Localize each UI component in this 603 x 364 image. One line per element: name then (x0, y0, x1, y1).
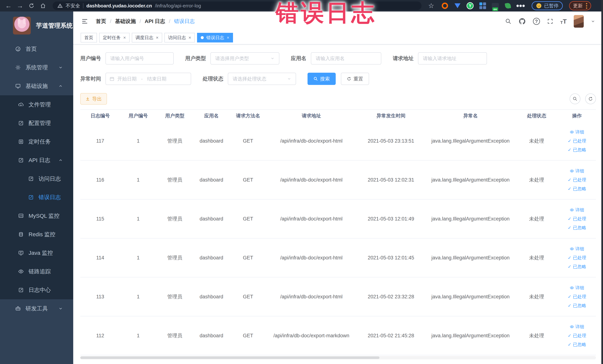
paused-extension-pill[interactable]: 已暂停 (532, 1, 563, 10)
close-icon[interactable]: × (227, 35, 229, 40)
close-icon[interactable]: × (188, 35, 191, 40)
tab-label: 访问日志 (168, 35, 186, 41)
ignored-link-label: 已忽略 (573, 186, 586, 192)
search-button[interactable]: 搜索 (308, 73, 336, 85)
mark-ignored-link[interactable]: ✓ 已忽略 (568, 264, 586, 270)
breadcrumb-home[interactable]: 首页 (96, 18, 106, 25)
github-icon[interactable] (519, 18, 526, 25)
sidebar-item-scheduled-jobs[interactable]: 定时任务 (0, 132, 73, 151)
sidebar-item-access-log[interactable]: 访问日志 (0, 169, 73, 188)
font-size-icon[interactable]: TT (560, 18, 567, 25)
extension-shield-icon[interactable] (454, 2, 461, 10)
sidebar-item-log-center[interactable]: 日志中心 (0, 281, 73, 299)
cell-exception-name: java.lang.IllegalArgumentException (426, 216, 515, 222)
update-button[interactable]: 更新 (569, 1, 591, 10)
app-name-input[interactable] (311, 52, 381, 65)
horizontal-scrollbar[interactable] (80, 356, 596, 359)
sidebar-item-home[interactable]: 首页 (0, 40, 73, 58)
app-logo-row[interactable]: 芋道管理系统 (0, 12, 73, 40)
tab-access-log[interactable]: 访问日志× (164, 33, 195, 42)
mark-ignored-link[interactable]: ✓ 已忽略 (568, 147, 586, 153)
mark-ignored-link[interactable]: ✓ 已忽略 (568, 186, 586, 192)
detail-link[interactable]: 详细 (570, 324, 584, 330)
mark-processed-link[interactable]: ✓ 已处理 (568, 294, 586, 300)
detail-link[interactable]: 详细 (570, 207, 584, 213)
download-icon (85, 97, 90, 101)
toggle-search-button[interactable] (570, 94, 580, 104)
extension-orange-icon[interactable] (441, 2, 449, 10)
help-icon[interactable]: ? (533, 18, 540, 25)
mark-ignored-link[interactable]: ✓ 已忽略 (568, 225, 586, 231)
eye-icon (570, 208, 574, 212)
browser-menu-dots-icon[interactable] (586, 3, 587, 9)
sidebar: 芋道管理系统 首页 系统管理 基础设施 文件管理 (0, 12, 73, 364)
breadcrumb-api-log[interactable]: API 日志 (145, 18, 165, 25)
mark-processed-link[interactable]: ✓ 已处理 (568, 255, 586, 261)
detail-link[interactable]: 详细 (570, 129, 584, 135)
mark-ignored-link[interactable]: ✓ 已忽略 (568, 303, 586, 309)
sidebar-item-dev-tools[interactable]: 研发工具 (0, 299, 73, 318)
tab-schedule-log[interactable]: 调度日志× (132, 33, 162, 42)
chevron-down-icon[interactable] (591, 19, 595, 23)
sidebar-item-file-mgmt[interactable]: 文件管理 (0, 95, 73, 114)
page-content: 用户编号 用户类型 请选择用户类型 应用名 请求地址 (73, 45, 603, 359)
security-label[interactable]: 不安全 (66, 3, 80, 9)
detail-link[interactable]: 详细 (570, 246, 584, 252)
user-type-select[interactable]: 请选择用户类型 (210, 52, 279, 65)
mark-processed-link[interactable]: ✓ 已处理 (568, 177, 586, 183)
cell-user-id: 1 (120, 333, 156, 339)
extension-grid-icon[interactable] (479, 2, 487, 10)
close-icon[interactable]: × (156, 35, 159, 40)
extension-paw-icon[interactable] (517, 2, 524, 10)
mark-processed-link[interactable]: ✓ 已处理 (568, 333, 586, 339)
request-url-input[interactable] (418, 52, 487, 65)
bookmark-star-icon[interactable]: ☆ (428, 2, 434, 10)
sidebar-item-tracing[interactable]: 链路追踪 (0, 262, 73, 281)
sidebar-item-redis-monitor[interactable]: Redis 监控 (0, 225, 73, 244)
sidebar-item-error-log[interactable]: 错误日志 (0, 188, 73, 207)
mark-ignored-link[interactable]: ✓ 已忽略 (568, 341, 586, 348)
avatar[interactable] (574, 15, 584, 28)
tab-home[interactable]: 首页 (81, 33, 97, 42)
user-id-input[interactable] (105, 52, 174, 65)
column-header-actions: 操作 (558, 113, 596, 119)
mark-processed-link[interactable]: ✓ 已处理 (568, 138, 586, 144)
dashboard-icon (15, 46, 21, 52)
process-status-select[interactable]: 请选择处理状态 (228, 73, 296, 85)
cell-request-url: /api/infra/db-doc/export-html (267, 177, 356, 183)
sidebar-item-mysql-monitor[interactable]: MySQL 监控 (0, 207, 73, 225)
sidebar-item-label: 文件管理 (29, 101, 51, 108)
chevron-down-icon (58, 65, 63, 70)
sidebar-item-system-mgmt[interactable]: 系统管理 (0, 58, 73, 77)
detail-link[interactable]: 详细 (570, 285, 584, 291)
forward-icon[interactable]: → (15, 1, 25, 11)
reset-button[interactable]: 重置 (341, 73, 369, 85)
close-icon[interactable]: × (123, 35, 126, 40)
tab-error-log[interactable]: 错误日志× (197, 33, 233, 42)
extension-green-y-icon[interactable]: Y (466, 2, 474, 10)
scrollbar-thumb[interactable] (80, 356, 380, 359)
extension-on-switch-icon[interactable]: on (492, 2, 499, 10)
refresh-button[interactable] (585, 94, 596, 104)
app-title: 芋道管理系统 (36, 22, 73, 30)
cell-user-id: 1 (120, 255, 156, 261)
extension-leaf-icon[interactable] (504, 2, 512, 10)
breadcrumb-infrastructure[interactable]: 基础设施 (115, 18, 136, 25)
cell-status: 未处理 (515, 254, 558, 261)
back-icon[interactable]: ← (4, 1, 13, 11)
exception-time-range-picker[interactable]: 开始日期 - 结束日期 (105, 73, 191, 85)
reload-icon[interactable] (27, 1, 36, 11)
home-icon[interactable] (38, 1, 48, 11)
sidebar-item-api-log[interactable]: API 日志 (0, 151, 73, 169)
tab-scheduled-jobs[interactable]: 定时任务× (99, 33, 129, 42)
sidebar-fold-icon[interactable] (81, 18, 88, 25)
detail-link[interactable]: 详细 (570, 168, 584, 174)
select-placeholder: 请选择用户类型 (215, 55, 267, 62)
mark-processed-link[interactable]: ✓ 已处理 (568, 216, 586, 222)
sidebar-item-java-monitor[interactable]: Java 监控 (0, 244, 73, 262)
fullscreen-icon[interactable] (547, 18, 553, 24)
search-icon[interactable] (505, 18, 511, 24)
sidebar-item-config-mgmt[interactable]: 配置管理 (0, 114, 73, 132)
sidebar-item-infrastructure[interactable]: 基础设施 (0, 77, 73, 95)
export-button[interactable]: 导出 (80, 93, 107, 105)
